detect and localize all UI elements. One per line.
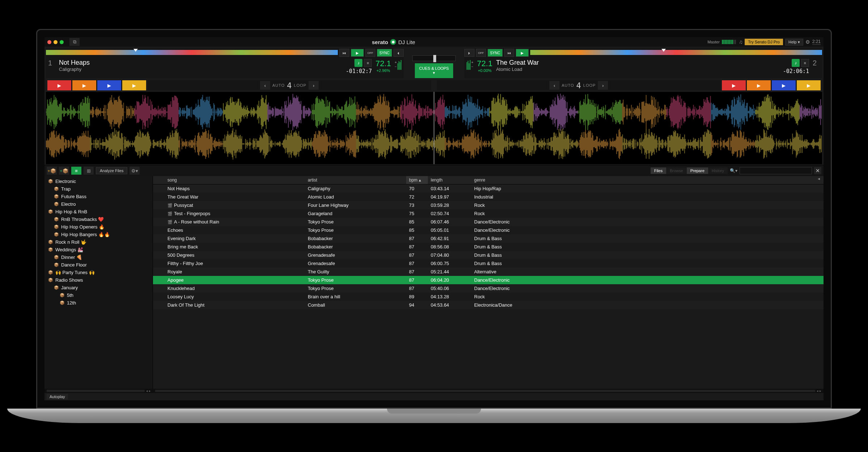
- track-song: Dark Of The Light: [167, 302, 204, 308]
- cues-loops-button[interactable]: CUES & LOOPS▾: [415, 63, 453, 78]
- crate-item[interactable]: 📦Future Bass: [44, 193, 153, 200]
- col-bpm[interactable]: bpm ▴: [406, 176, 428, 184]
- track-row[interactable]: The Great WarAtomic Load7204:19.97Indust…: [153, 193, 824, 201]
- crate-item[interactable]: 📦Weddings 💒: [44, 246, 153, 253]
- crate-item[interactable]: 📦RnB Throwbacks ❤️: [44, 216, 153, 223]
- deck2-prev-button[interactable]: ⏮: [504, 49, 514, 57]
- deck2-loop-prev[interactable]: ‹: [549, 81, 559, 90]
- autoplay-button[interactable]: Autoplay: [47, 394, 68, 400]
- deck2-off-button[interactable]: OFF: [476, 49, 486, 57]
- track-row[interactable]: 🎬PussycatFour Lane Highway7303:59.28Rock: [153, 201, 824, 209]
- crate-item[interactable]: 📦🙌 Party Tunes 🙌: [44, 269, 153, 276]
- col-song[interactable]: song: [153, 176, 305, 184]
- deck1-loop-next[interactable]: ›: [309, 81, 319, 90]
- deck1-cue-3[interactable]: ▶: [97, 80, 121, 90]
- track-row[interactable]: Filthy - Filthy JoeGrenadesafe8706:00.75…: [153, 259, 824, 268]
- tab-prepare[interactable]: Prepare: [687, 167, 708, 174]
- deck2-cue-1[interactable]: ▶: [722, 80, 746, 90]
- crossfader[interactable]: [412, 55, 456, 61]
- tracklist-scrollbar[interactable]: ◂ ▸: [153, 389, 824, 393]
- crate-item[interactable]: 📦Hip Hop & RnB: [44, 208, 153, 216]
- deck1-sync-button[interactable]: SYNC: [377, 49, 392, 57]
- track-row[interactable]: ApogeeTokyo Prose8706:04.20Dance/Electro…: [153, 276, 824, 284]
- crate-item[interactable]: 📦Rock n Roll 🤟: [44, 238, 153, 246]
- deck1-auto-label: AUTO: [272, 83, 285, 88]
- crate-item[interactable]: 📦Hip Hop Openers 🔥: [44, 223, 153, 231]
- main-waveform-display[interactable]: [46, 92, 822, 164]
- close-window-button[interactable]: [47, 40, 51, 44]
- deck1-cue-2[interactable]: ▶: [72, 80, 96, 90]
- layout-icon[interactable]: ⧉: [69, 38, 80, 46]
- add-crate-icon[interactable]: +📦: [47, 167, 57, 175]
- list-view-icon[interactable]: ≡: [71, 167, 81, 175]
- deck1-overview-waveform[interactable]: [46, 50, 338, 55]
- crate-item[interactable]: 📦Electronic: [44, 178, 153, 185]
- deck2-cue-3[interactable]: ▶: [772, 80, 796, 90]
- add-smart-crate-icon[interactable]: +📦: [59, 167, 69, 175]
- col-length[interactable]: length: [428, 176, 471, 184]
- deck1-play-button[interactable]: ▶: [351, 49, 364, 57]
- crate-icon: 📦: [48, 240, 53, 244]
- crate-item[interactable]: 📦Trap: [44, 185, 153, 193]
- deck2-cue-4[interactable]: ▶: [797, 80, 821, 90]
- settings-gear-icon[interactable]: ⚙: [805, 39, 810, 45]
- headphone-icon[interactable]: ♫: [739, 39, 743, 45]
- deck1-edit-icon[interactable]: ≡: [364, 59, 372, 67]
- deck1-off-button[interactable]: OFF: [365, 49, 375, 57]
- col-artist[interactable]: artist: [305, 176, 406, 184]
- crate-item[interactable]: 📦Dance Floor: [44, 261, 153, 269]
- track-artist: Garageland: [305, 209, 406, 218]
- deck2-key-badge[interactable]: ♪: [792, 59, 800, 67]
- tab-browse[interactable]: Browse: [666, 167, 687, 174]
- track-row[interactable]: 🎬A - Rose without RainTokyo Prose8506:07…: [153, 218, 824, 226]
- deck2-cue-2[interactable]: ▶: [747, 80, 771, 90]
- search-input[interactable]: [740, 167, 812, 174]
- deck1-phase-button[interactable]: ⏴: [393, 49, 404, 57]
- track-row[interactable]: Dark Of The LightComball9404:53.64Electr…: [153, 301, 824, 309]
- crate-item[interactable]: 📦12th: [44, 299, 153, 307]
- track-row[interactable]: KnuckleheadTokyo Prose8705:40.06Dance/El…: [153, 284, 824, 293]
- fullscreen-window-button[interactable]: [60, 40, 64, 44]
- crate-item[interactable]: 📦5th: [44, 291, 153, 299]
- grid-view-icon[interactable]: ⊞: [84, 167, 94, 175]
- analyze-files-button[interactable]: Analyze Files: [96, 167, 127, 174]
- col-genre[interactable]: genre: [471, 176, 818, 184]
- column-chooser-icon[interactable]: ◂: [818, 176, 824, 184]
- crate-item[interactable]: 📦January: [44, 284, 153, 291]
- settings-dropdown-icon[interactable]: ⚙▾: [129, 167, 140, 175]
- deck1-key-badge[interactable]: ♪: [354, 59, 362, 67]
- track-row[interactable]: RoyaleThe Guilty8705:21.44Alternative: [153, 268, 824, 276]
- crate-item[interactable]: 📦Electro: [44, 200, 153, 208]
- deck2-play-button[interactable]: ▶: [516, 49, 529, 57]
- help-button[interactable]: Help ▾: [785, 39, 803, 46]
- deck2-overview-waveform[interactable]: [530, 50, 822, 55]
- deck1-loop-prev[interactable]: ‹: [260, 81, 270, 90]
- track-row[interactable]: 🎬Test - FingerpopsGarageland7502:50.74Ro…: [153, 209, 824, 218]
- track-genre: Drum & Bass: [471, 259, 824, 268]
- track-row[interactable]: EchoesTokyo Prose8505:05.01Dance/Electro…: [153, 226, 824, 234]
- deck2-sync-button[interactable]: SYNC: [488, 49, 503, 57]
- track-row[interactable]: Bring me BackBobabacker8708:56.08Drum & …: [153, 243, 824, 251]
- track-song: 500 Degrees: [167, 252, 194, 258]
- try-pro-button[interactable]: Try Serato DJ Pro: [745, 39, 783, 45]
- crate-item[interactable]: 📦Radio Shows: [44, 276, 153, 284]
- track-row[interactable]: 500 DegreesGrenadesafe8707:04.80Drum & B…: [153, 251, 824, 259]
- tab-files[interactable]: Files: [651, 167, 666, 174]
- sidebar-scrollbar[interactable]: ◂ ▸: [44, 389, 153, 393]
- tab-history[interactable]: History: [708, 167, 728, 174]
- deck1-prev-button[interactable]: ⏮: [339, 49, 349, 57]
- crate-icon: 📦: [54, 232, 59, 237]
- deck2-phase-button[interactable]: ⏵: [464, 49, 475, 57]
- crate-item[interactable]: 📦Dinner 🍕: [44, 253, 153, 261]
- track-row[interactable]: Evening DarkBobabacker8706:42.91Drum & B…: [153, 234, 824, 243]
- deck2-loop-next[interactable]: ›: [598, 81, 608, 90]
- deck2-edit-icon[interactable]: ≡: [801, 59, 809, 67]
- crate-icon: 📦: [54, 285, 59, 290]
- crate-item[interactable]: 📦Hip Hop Bangers 🔥🔥: [44, 231, 153, 238]
- minimize-window-button[interactable]: [54, 40, 58, 44]
- clear-search-button[interactable]: ✕: [814, 167, 821, 174]
- deck1-cue-4[interactable]: ▶: [122, 80, 146, 90]
- track-row[interactable]: Loosey LucyBrain over a hill8904:13.28Ro…: [153, 293, 824, 301]
- track-row[interactable]: Not HeapsCaligraphy7003:43.14Hip Hop/Rap: [153, 184, 824, 193]
- deck1-cue-1[interactable]: ▶: [47, 80, 71, 90]
